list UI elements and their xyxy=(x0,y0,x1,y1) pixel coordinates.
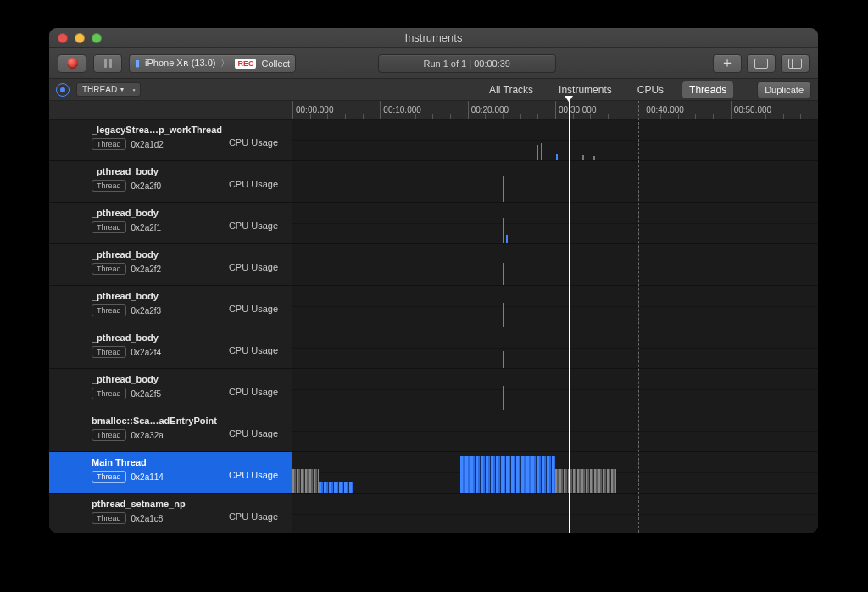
thread-name: _pthread_body xyxy=(92,291,161,301)
thread-address: 0x2a2f4 xyxy=(131,348,162,357)
thread-tag: Thread xyxy=(92,221,126,233)
track-row[interactable]: _pthread_bodyThread0x2a2f0CPU Usage xyxy=(49,161,818,203)
thread-strategy-selector[interactable]: THREAD ▾ ▪ xyxy=(76,82,141,97)
metric-label: CPU Usage xyxy=(229,179,283,189)
thread-address: 0x2a114 xyxy=(131,472,164,482)
metric-label: CPU Usage xyxy=(229,137,283,148)
track-tab-all-tracks[interactable]: All Tracks xyxy=(482,81,540,98)
thread-tag: Thread xyxy=(92,304,126,316)
thread-name: _pthread_body xyxy=(92,374,161,384)
titlebar: Instruments xyxy=(49,28,818,48)
view-mode-full-button[interactable] xyxy=(747,54,776,73)
collect-badge: REC xyxy=(235,59,256,69)
thread-tag: Thread xyxy=(92,429,126,441)
thread-name: _pthread_body xyxy=(92,249,161,260)
thread-name: _pthread_body xyxy=(92,166,161,176)
track-tab-threads[interactable]: Threads xyxy=(682,81,733,98)
track-row[interactable]: _pthread_bodyThread0x2a2f4CPU Usage xyxy=(49,327,818,369)
track-lane[interactable] xyxy=(292,494,818,533)
target-icon[interactable] xyxy=(56,83,70,97)
thread-tag: Thread xyxy=(92,263,126,275)
thread-address: 0x2a1c8 xyxy=(131,514,164,523)
chevron-down-icon: ▾ xyxy=(120,86,124,93)
track-row[interactable]: _legacyStrea…p_workThreadThread0x2a1d2CP… xyxy=(49,120,818,161)
view-mode-side-button[interactable] xyxy=(781,54,810,73)
thread-tag: Thread xyxy=(92,138,126,150)
thread-name: _pthread_body xyxy=(92,332,161,343)
filter-badge: ▪ xyxy=(132,86,135,94)
track-tab-cpus[interactable]: CPUs xyxy=(631,81,670,98)
metric-label: CPU Usage xyxy=(229,345,283,355)
duplicate-button[interactable]: Duplicate xyxy=(757,81,811,98)
thread-name: pthread_setname_np xyxy=(92,499,186,509)
pause-button[interactable] xyxy=(93,54,122,73)
thread-address: 0x2a2f1 xyxy=(131,223,162,232)
metric-label: CPU Usage xyxy=(229,262,283,272)
collect-label: Collect xyxy=(261,59,290,69)
layout-side-icon xyxy=(788,59,802,69)
thread-tag: Thread xyxy=(92,180,126,192)
thread-address: 0x2a2f0 xyxy=(131,182,162,191)
metric-label: CPU Usage xyxy=(229,428,283,438)
metric-label: CPU Usage xyxy=(229,511,283,522)
track-lane[interactable] xyxy=(292,327,818,368)
thread-address: 0x2a2f5 xyxy=(131,389,162,399)
thread-name: _pthread_body xyxy=(92,208,161,218)
traffic-lights xyxy=(58,33,102,43)
track-lane[interactable] xyxy=(292,120,818,160)
add-instrument-button[interactable]: ＋ xyxy=(713,54,742,73)
metric-label: CPU Usage xyxy=(229,304,283,314)
app-window: Instruments ▮ iPhone Xʀ (13.0) 〉 REC Col… xyxy=(49,28,818,533)
minimize-window-button[interactable] xyxy=(75,33,85,43)
tracks-area: _legacyStrea…p_workThreadThread0x2a1d2CP… xyxy=(49,120,818,533)
device-label: iPhone Xʀ (13.0) xyxy=(145,58,215,69)
thread-name: _legacyStrea…p_workThread xyxy=(92,125,222,135)
thread-address: 0x2a2f2 xyxy=(131,265,162,274)
track-row[interactable]: _pthread_bodyThread0x2a2f5CPU Usage xyxy=(49,369,818,410)
metric-label: CPU Usage xyxy=(229,387,283,397)
thread-tag: Thread xyxy=(92,388,126,399)
zoom-window-button[interactable] xyxy=(92,33,102,43)
thread-name: Main Thread xyxy=(92,457,164,467)
track-row[interactable]: _pthread_bodyThread0x2a2f2CPU Usage xyxy=(49,244,818,286)
thread-address: 0x2a1d2 xyxy=(131,140,164,149)
time-ruler[interactable]: 00:00.00000:10.00000:20.00000:30.00000:4… xyxy=(49,101,818,120)
track-row[interactable]: bmalloc::Sca…adEntryPointThread0x2a32aCP… xyxy=(49,410,818,452)
close-window-button[interactable] xyxy=(58,33,68,43)
thread-tag: Thread xyxy=(92,471,126,483)
toolbar: ▮ iPhone Xʀ (13.0) 〉 REC Collect Run 1 o… xyxy=(49,48,818,79)
track-lane[interactable] xyxy=(292,410,818,451)
thread-name: bmalloc::Sca…adEntryPoint xyxy=(92,416,217,426)
run-status[interactable]: Run 1 of 1 | 00:00:39 xyxy=(378,54,556,73)
chevron-right-icon: 〉 xyxy=(220,57,230,70)
pause-icon xyxy=(104,59,112,68)
track-row[interactable]: _pthread_bodyThread0x2a2f1CPU Usage xyxy=(49,203,818,244)
track-lane[interactable] xyxy=(292,161,818,202)
metric-label: CPU Usage xyxy=(229,470,283,480)
phone-icon: ▮ xyxy=(135,58,140,69)
track-lane[interactable] xyxy=(292,452,818,493)
layout-full-icon xyxy=(754,59,768,69)
track-row[interactable]: pthread_setname_npThread0x2a1c8CPU Usage xyxy=(49,494,818,533)
track-lane[interactable] xyxy=(292,369,818,410)
window-title: Instruments xyxy=(49,31,818,44)
metric-label: CPU Usage xyxy=(229,221,283,231)
thread-address: 0x2a2f3 xyxy=(131,306,162,316)
track-lane[interactable] xyxy=(292,244,818,285)
track-tabs: All TracksInstrumentsCPUsThreads xyxy=(482,81,733,98)
track-row[interactable]: Main ThreadThread0x2a114CPU Usage xyxy=(49,452,818,494)
record-icon xyxy=(67,58,78,69)
record-button[interactable] xyxy=(58,54,86,73)
track-lane[interactable] xyxy=(292,203,818,243)
track-tab-instruments[interactable]: Instruments xyxy=(552,81,619,98)
thread-tag: Thread xyxy=(92,512,126,524)
thread-address: 0x2a32a xyxy=(131,431,164,440)
track-row[interactable]: _pthread_bodyThread0x2a2f3CPU Usage xyxy=(49,286,818,327)
track-lane[interactable] xyxy=(292,286,818,327)
strategy-bar: THREAD ▾ ▪ All TracksInstrumentsCPUsThre… xyxy=(49,79,818,101)
target-device-selector[interactable]: ▮ iPhone Xʀ (13.0) 〉 REC Collect xyxy=(129,54,296,73)
thread-tag: Thread xyxy=(92,346,126,358)
